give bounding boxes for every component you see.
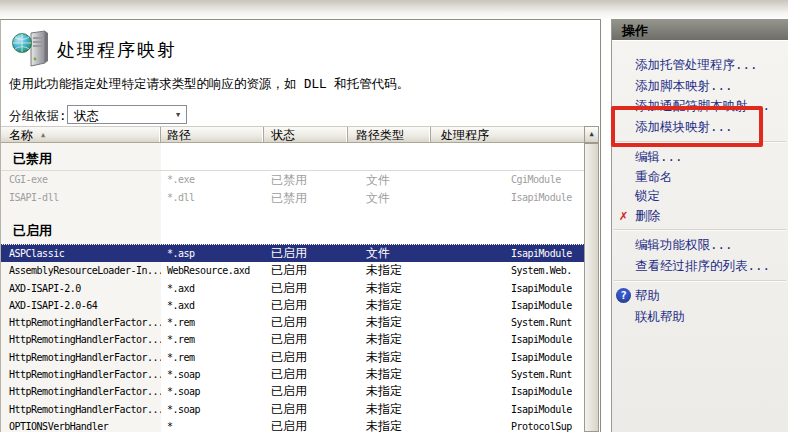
action-link[interactable]: 添加脚本映射... [612, 76, 788, 97]
cell-path: WebResource.axd [161, 262, 264, 279]
cell-handler: System.Runt [431, 314, 584, 331]
feature-pane: 处理程序映射 使用此功能指定处理特定请求类型的响应的资源，如 DLL 和托管代码… [0, 19, 601, 432]
group-header[interactable]: 已禁用 [1, 146, 584, 171]
table-row[interactable]: AXD-ISAPI-2.0*.axd已启用未指定IsapiModule [1, 280, 584, 297]
group-by-selected-value: 状态 [74, 108, 99, 125]
cell-path: *.soap [161, 401, 264, 418]
action-link[interactable]: ?帮助 [612, 286, 788, 307]
cell-handler: IsapiModule [431, 297, 584, 314]
cell-path: *.soap [161, 383, 264, 400]
column-header-path[interactable]: 路径 [161, 127, 264, 142]
action-link[interactable]: 重命名 [612, 167, 788, 187]
table-row[interactable]: CGI-exe*.exe已禁用文件CgiModule [1, 171, 584, 189]
cell-name: AXD-ISAPI-2.0-64 [1, 297, 161, 314]
cell-name: HttpRemotingHandlerFactor... [1, 383, 161, 400]
cell-handler: IsapiModule [431, 331, 584, 348]
groupby-label: 分组依据: [9, 108, 67, 125]
cell-path: *.exe [161, 171, 264, 189]
table-row[interactable]: HttpRemotingHandlerFactor...*.soap已启用未指定… [1, 401, 584, 418]
cell-name: AXD-ISAPI-2.0 [1, 280, 161, 297]
cell-handler: ProtocolSup [431, 418, 584, 432]
actions-panel-title: 操作 [612, 19, 788, 41]
cell-state: 已启用 [264, 262, 348, 279]
action-link[interactable]: 联机帮助 [612, 307, 788, 328]
cell-state: 已禁用 [264, 171, 348, 189]
column-header-name[interactable]: 名称▲ [1, 127, 161, 142]
table-row[interactable]: AXD-ISAPI-2.0-64*.axd已启用未指定IsapiModule [1, 297, 584, 314]
cell-name: AssemblyResourceLoader-In... [1, 262, 161, 279]
cell-state: 已启用 [264, 314, 348, 331]
cell-path: *.soap [161, 366, 264, 383]
group-by-select[interactable]: 状态 ▼ [67, 105, 187, 124]
table-row[interactable]: HttpRemotingHandlerFactor...*.rem已启用未指定I… [1, 349, 584, 366]
cell-state: 已启用 [264, 401, 348, 418]
groupby-toolbar: 分组依据: 状态 ▼ [1, 104, 600, 126]
cell-handler: IsapiModule [431, 245, 584, 262]
table-row[interactable]: HttpRemotingHandlerFactor...*.rem已启用未指定S… [1, 314, 584, 331]
cell-name: HttpRemotingHandlerFactor... [1, 314, 161, 331]
feature-description: 使用此功能指定处理特定请求类型的响应的资源，如 DLL 和托管代码。 [9, 76, 589, 93]
cell-path-type: 未指定 [348, 262, 431, 279]
cell-state: 已启用 [264, 331, 348, 348]
action-link-label: 帮助 [635, 288, 660, 303]
cell-path-type: 未指定 [348, 280, 431, 297]
column-header-handler[interactable]: 处理程序 [431, 127, 584, 142]
table-row[interactable]: ISAPI-dll*.dll已禁用文件IsapiModule [1, 189, 584, 207]
cell-path-type: 未指定 [348, 331, 431, 348]
action-link[interactable]: 编辑功能权限... [612, 235, 788, 256]
cell-name: ASPClassic [1, 245, 161, 262]
globe-server-icon [11, 30, 51, 68]
cell-name: OPTIONSVerbHandler [1, 418, 161, 432]
table-row[interactable]: OPTIONSVerbHandler*已启用未指定ProtocolSup [1, 418, 584, 432]
cell-state: 已启用 [264, 383, 348, 400]
cell-path-type: 文件 [348, 189, 431, 207]
group-header[interactable]: 已启用 [1, 217, 584, 245]
cell-state: 已启用 [264, 366, 348, 383]
cell-name: HttpRemotingHandlerFactor... [1, 366, 161, 383]
table-row[interactable]: ASPClassic*.asp已启用文件IsapiModule [1, 245, 584, 262]
action-link[interactable]: 锁定 [612, 186, 788, 206]
action-link[interactable]: 查看经过排序的列表... [612, 256, 788, 277]
vertical-scrollbar[interactable]: ▲ [584, 126, 600, 432]
table-row[interactable]: AssemblyResourceLoader-In...WebResource.… [1, 262, 584, 279]
list-header-row: 名称▲ 路径 状态 路径类型 处理程序 [1, 126, 584, 143]
cell-path-type: 未指定 [348, 401, 431, 418]
cell-path: *.rem [161, 314, 264, 331]
cell-handler: IsapiModule [431, 280, 584, 297]
cell-state: 已启用 [264, 280, 348, 297]
column-header-path-type[interactable]: 路径类型 [348, 127, 431, 142]
table-row[interactable]: HttpRemotingHandlerFactor...*.soap已启用未指定… [1, 366, 584, 383]
cell-path-type: 未指定 [348, 383, 431, 400]
page-title: 处理程序映射 [57, 38, 177, 62]
cell-name: ISAPI-dll [1, 189, 161, 207]
cell-path: *.axd [161, 280, 264, 297]
cell-state: 已禁用 [264, 189, 348, 207]
action-link-label: 锁定 [635, 188, 660, 203]
action-link-label: 添加托管处理程序... [635, 57, 758, 72]
cell-path-type: 未指定 [348, 297, 431, 314]
cell-name: HttpRemotingHandlerFactor... [1, 349, 161, 366]
table-row[interactable]: HttpRemotingHandlerFactor...*.soap已启用未指定… [1, 383, 584, 400]
action-link-label: 删除 [635, 208, 660, 223]
scroll-up-icon[interactable]: ▲ [584, 126, 599, 143]
cell-name: CGI-exe [1, 171, 161, 189]
column-header-state[interactable]: 状态 [264, 127, 348, 142]
delete-x-icon: ✗ [616, 208, 631, 223]
chevron-down-icon[interactable]: ▼ [171, 107, 185, 122]
action-link[interactable]: ✗删除 [612, 206, 788, 226]
cell-handler: System.Web. [431, 262, 584, 279]
cell-handler: IsapiModule [431, 189, 584, 207]
table-row[interactable]: HttpRemotingHandlerFactor...*.rem已启用未指定I… [1, 331, 584, 348]
action-group: ?帮助联机帮助 [612, 282, 788, 331]
cell-handler: IsapiModule [431, 383, 584, 400]
action-link-label: 查看经过排序的列表... [635, 258, 770, 273]
scrollbar-track[interactable] [584, 143, 599, 432]
cell-state: 已启用 [264, 245, 348, 262]
cell-state: 已启用 [264, 418, 348, 432]
action-link[interactable]: 编辑... [612, 147, 788, 167]
cell-path: *.rem [161, 331, 264, 348]
cell-handler: CgiModule [431, 171, 584, 189]
action-link[interactable]: 添加托管处理程序... [612, 55, 788, 76]
scrollbar-thumb[interactable] [584, 143, 599, 432]
cell-handler: IsapiModule [431, 349, 584, 366]
